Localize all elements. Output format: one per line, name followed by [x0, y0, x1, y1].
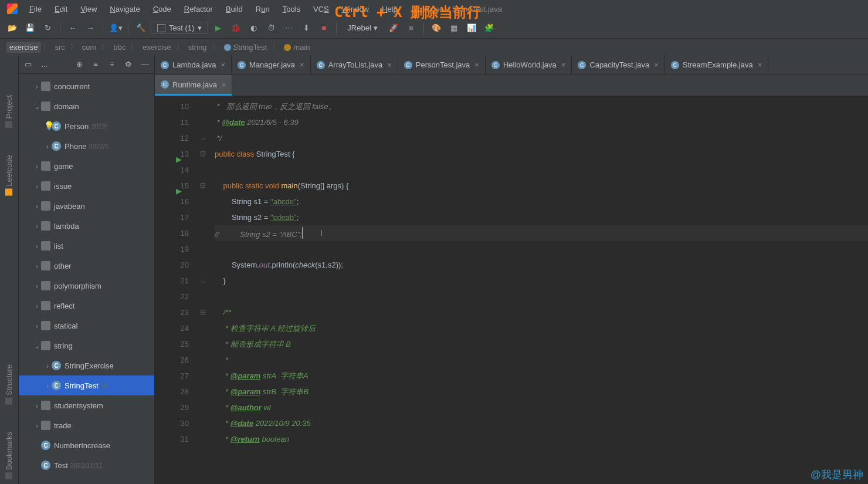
profile-icon[interactable]: ⏱	[263, 21, 279, 36]
toolwindow-leetcode[interactable]: Leetcode	[2, 150, 16, 201]
box-icon[interactable]: ▦	[446, 21, 462, 36]
tree-item[interactable]: CTest2022/11/11	[19, 455, 154, 475]
paint-icon[interactable]: 🎨	[429, 21, 444, 36]
tree-item[interactable]: ›concurrent	[19, 76, 154, 96]
collapse-all-icon[interactable]: ÷	[106, 59, 118, 70]
editor-tab[interactable]: CArrayToList.java×	[311, 55, 398, 75]
tree-item[interactable]: ›lambda	[19, 216, 154, 236]
hide-icon[interactable]: —	[139, 59, 151, 70]
crumb-string[interactable]: string	[185, 42, 211, 53]
folder-icon	[41, 261, 50, 270]
tree-item[interactable]: ›studentsystem	[19, 395, 154, 415]
more-run-icon[interactable]: ⋯	[281, 21, 296, 36]
ellipsis-icon[interactable]: ...	[39, 59, 50, 70]
tree-item[interactable]: ›trade	[19, 415, 154, 435]
crumb-exercise[interactable]: exercise	[6, 42, 41, 53]
close-tab-icon[interactable]: ×	[758, 60, 762, 69]
project-view-selector-icon[interactable]: ▭	[22, 59, 34, 70]
expand-all-icon[interactable]: ≡	[90, 59, 101, 70]
run-coverage-icon[interactable]: ◐	[246, 21, 261, 36]
settings-gear-icon[interactable]: ⚙	[123, 59, 134, 70]
menu-tools[interactable]: Tools	[277, 2, 306, 16]
java-file-icon: C	[161, 80, 169, 89]
tree-item[interactable]: CNumberIncrease	[19, 435, 154, 455]
run-config-selector[interactable]: Test (1)▾	[151, 22, 208, 34]
chart-icon[interactable]: 📊	[464, 21, 479, 36]
close-tab-icon[interactable]: ×	[561, 60, 566, 69]
tree-item[interactable]: ›other	[19, 256, 154, 276]
code-editor[interactable]: 1011121314151617181920212223242526272829…	[155, 96, 868, 484]
tree-item[interactable]: ›CPerson2022/	[19, 116, 154, 136]
crumb-method[interactable]: main	[280, 42, 313, 53]
tree-item[interactable]: ›CStringExercise	[19, 356, 154, 375]
code-content[interactable]: * 那么返回 true，反之返回 false。 * @date 2021/6/5…	[210, 96, 868, 484]
close-tab-icon[interactable]: ×	[387, 60, 392, 69]
jrebel-stop-icon[interactable]: ■	[404, 21, 419, 36]
tree-item[interactable]: ›polymorphism	[19, 276, 154, 296]
close-tab-icon[interactable]: ×	[222, 80, 226, 89]
run-line-marker-icon[interactable]: ▶	[176, 151, 182, 167]
line-number-gutter[interactable]: 1011121314151617181920212223242526272829…	[155, 96, 196, 484]
forward-icon[interactable]: →	[83, 21, 98, 36]
crumb-class[interactable]: StringTest	[221, 42, 271, 53]
run-line-marker-icon[interactable]: ▶	[176, 183, 182, 199]
menu-vcs[interactable]: VCS	[307, 2, 335, 16]
tree-item[interactable]: ›CStringTest20	[19, 375, 154, 395]
intention-bulb-icon[interactable]: 💡	[44, 118, 54, 134]
editor-tab[interactable]: CLambda.java×	[155, 55, 232, 75]
close-tab-icon[interactable]: ×	[221, 60, 225, 69]
menu-navigate[interactable]: Navigate	[104, 2, 145, 16]
crumb-src[interactable]: src	[51, 42, 68, 53]
save-all-icon[interactable]: 💾	[22, 21, 38, 36]
tree-item[interactable]: ›game	[19, 156, 154, 176]
tree-item[interactable]: ›issue	[19, 176, 154, 196]
attach-icon[interactable]: ⬇	[299, 21, 314, 36]
back-icon[interactable]: ←	[65, 21, 80, 36]
run-button-icon[interactable]: ▶	[211, 21, 226, 36]
editor-tab[interactable]: CHelloWorld.java×	[486, 55, 572, 75]
sync-icon[interactable]: ↻	[40, 21, 55, 36]
toolwindow-structure[interactable]: Structure	[2, 360, 16, 409]
tree-item[interactable]: ›javabean	[19, 196, 154, 216]
menu-view[interactable]: View	[74, 2, 103, 16]
editor-tab[interactable]: CManager.java×	[232, 55, 311, 75]
tree-item[interactable]: ›statical	[19, 316, 154, 336]
jrebel-run-icon[interactable]: 🚀	[386, 21, 401, 36]
menu-run[interactable]: Run	[250, 2, 276, 16]
editor-tab[interactable]: CPersonTest.java×	[398, 55, 486, 75]
folder-icon	[41, 301, 50, 310]
close-tab-icon[interactable]: ×	[474, 60, 479, 69]
close-tab-icon[interactable]: ×	[654, 60, 659, 69]
left-tool-strip: Project Leetcode Structure Bookmarks	[0, 55, 19, 484]
editor-tab[interactable]: CRuntime.java×	[155, 75, 232, 96]
close-tab-icon[interactable]: ×	[300, 60, 304, 69]
project-tree[interactable]: ›concurrent⌄domain›CPerson2022/›CPhone20…	[19, 74, 154, 484]
fold-gutter[interactable]: ▶ ▶ ⌵⊟⊟⌵⊟	[196, 96, 210, 484]
menu-edit[interactable]: Edit	[49, 2, 73, 16]
stop-icon[interactable]: ■	[316, 21, 331, 36]
crumb-pkg-exercise[interactable]: exercise	[139, 42, 174, 53]
debug-button-icon[interactable]: 🐞	[228, 21, 243, 36]
menu-file[interactable]: File	[23, 2, 48, 16]
menu-refactor[interactable]: Refactor	[178, 2, 219, 16]
editor-tab[interactable]: CCapacityTest.java×	[572, 55, 664, 75]
select-opened-icon[interactable]: ⊕	[73, 59, 85, 70]
puzzle-icon[interactable]: 🧩	[482, 21, 497, 36]
crumb-com[interactable]: com	[79, 42, 100, 53]
menu-build[interactable]: Build	[220, 2, 249, 16]
tree-item[interactable]: ›list	[19, 236, 154, 256]
editor-tab[interactable]: CStreamExample.java×	[665, 55, 769, 75]
tree-item[interactable]: ›CPhone2022/1	[19, 136, 154, 156]
crumb-bbc[interactable]: bbc	[110, 42, 129, 53]
coverage-icon[interactable]: 👤▾	[108, 21, 123, 36]
open-file-icon[interactable]: 📂	[5, 21, 20, 36]
tree-item[interactable]: ›reflect	[19, 296, 154, 316]
toolwindow-bookmarks[interactable]: Bookmarks	[2, 427, 16, 484]
jrebel-dropdown[interactable]: JRebel▾	[341, 22, 383, 33]
java-file-icon: C	[238, 61, 246, 69]
build-icon[interactable]: 🔨	[133, 21, 148, 36]
toolwindow-project[interactable]: Project	[2, 90, 16, 133]
menu-code[interactable]: Code	[147, 2, 177, 16]
tree-item[interactable]: ⌄domain	[19, 96, 154, 116]
tree-item[interactable]: ⌄string	[19, 336, 154, 356]
